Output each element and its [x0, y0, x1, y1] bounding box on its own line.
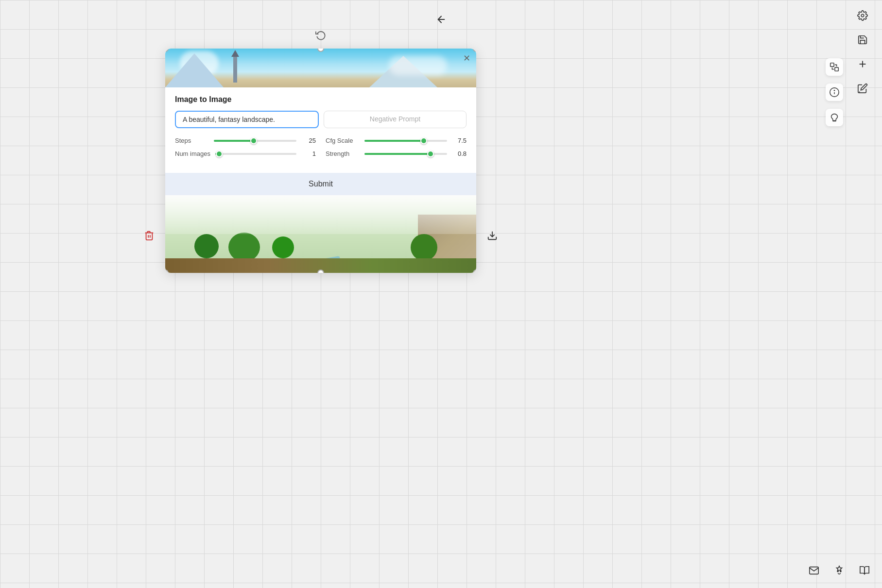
save-icon[interactable]: [855, 32, 870, 48]
dialog-area: Image to Image Negative Prompt Steps 25: [165, 87, 476, 173]
prompt-row: Negative Prompt: [175, 111, 467, 128]
svg-point-0: [861, 14, 864, 17]
mountain-right: [369, 56, 437, 87]
cfg-scale-thumb[interactable]: [420, 137, 427, 144]
rotate-handle[interactable]: [315, 29, 327, 41]
close-button[interactable]: ✕: [461, 52, 472, 64]
steps-value: 25: [301, 137, 316, 144]
svg-rect-5: [835, 67, 838, 71]
submit-button[interactable]: Submit: [165, 173, 476, 195]
strength-fill: [364, 153, 431, 155]
cat-icon[interactable]: [831, 563, 847, 578]
strength-track[interactable]: [364, 153, 447, 155]
canvas-right-icons: [826, 58, 843, 126]
tower: [233, 56, 237, 83]
cfg-scale-track[interactable]: [364, 140, 447, 142]
back-button[interactable]: [432, 10, 451, 29]
info-icon[interactable]: [826, 84, 843, 101]
sliders-row-1: Steps 25 Cfg Scale 7.5: [175, 137, 467, 144]
mountain-left: [165, 53, 224, 87]
num-images-track[interactable]: [215, 153, 296, 155]
svg-point-13: [840, 571, 841, 572]
add-icon[interactable]: [855, 56, 870, 72]
lasso-icon[interactable]: [826, 109, 843, 126]
right-sidebar: [855, 8, 870, 96]
edit-text-icon[interactable]: [855, 81, 870, 96]
download-button[interactable]: [484, 227, 501, 244]
steps-fill: [214, 140, 254, 142]
node-top-image: [165, 49, 476, 87]
cfg-scale-label: Cfg Scale: [326, 137, 360, 144]
cfg-scale-value: 7.5: [452, 137, 467, 144]
num-images-slider-group: Num images 1: [175, 150, 316, 157]
strength-thumb[interactable]: [427, 151, 434, 157]
strength-label: Strength: [326, 150, 360, 157]
steps-label: Steps: [175, 137, 209, 144]
cfg-scale-fill: [364, 140, 424, 142]
steps-track[interactable]: [214, 140, 296, 142]
num-images-value: 1: [301, 150, 316, 157]
strength-value: 0.8: [452, 150, 467, 157]
delete-node-button[interactable]: [141, 227, 157, 244]
prompt-input[interactable]: [175, 111, 319, 128]
negative-prompt-button[interactable]: Negative Prompt: [324, 111, 467, 128]
svg-point-12: [837, 571, 838, 572]
node-box: ✕ Image to Image Negative Prompt Steps 2…: [165, 49, 476, 273]
steps-thumb[interactable]: [250, 137, 257, 144]
steps-slider-group: Steps 25: [175, 137, 316, 144]
dialog-title: Image to Image: [175, 95, 467, 104]
node-container: ✕ Image to Image Negative Prompt Steps 2…: [165, 49, 476, 273]
image-convert-icon[interactable]: [826, 58, 843, 76]
notebook-icon[interactable]: [857, 563, 872, 578]
sliders-row-2: Num images 1 Strength 0.8: [175, 150, 467, 157]
num-images-label: Num images: [175, 150, 210, 157]
node-bottom-image-area: [165, 195, 476, 273]
num-images-thumb[interactable]: [216, 151, 223, 157]
resize-handle-bm[interactable]: [317, 269, 324, 273]
bottom-icons: [806, 563, 872, 578]
svg-rect-4: [830, 63, 834, 67]
strength-slider-group: Strength 0.8: [326, 150, 467, 157]
cfg-scale-slider-group: Cfg Scale 7.5: [326, 137, 467, 144]
settings-icon[interactable]: [855, 8, 870, 23]
mail-icon[interactable]: [806, 563, 822, 578]
